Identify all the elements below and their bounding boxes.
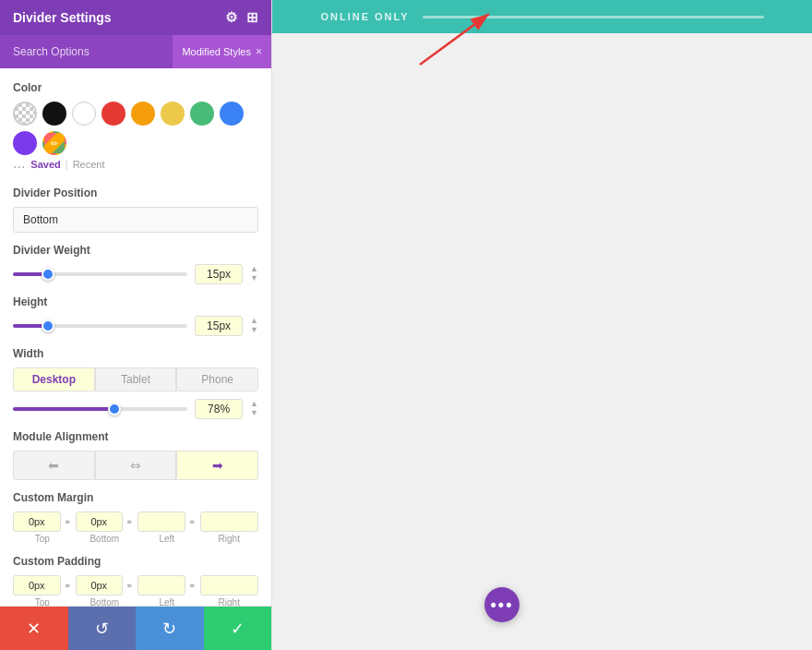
margin-top-input[interactable] bbox=[13, 512, 61, 532]
custom-margin-label: Custom Margin bbox=[13, 491, 258, 504]
recent-link[interactable]: Recent bbox=[73, 159, 105, 175]
padding-bottom-label: Bottom bbox=[90, 597, 119, 606]
align-right-icon: ➡ bbox=[212, 458, 223, 473]
divider-weight-label: Divider Weight bbox=[13, 244, 258, 257]
tab-tablet[interactable]: Tablet bbox=[95, 367, 177, 391]
tab-desktop[interactable]: Desktop bbox=[13, 367, 95, 391]
margin-bottom-input[interactable] bbox=[76, 512, 124, 532]
color-blue[interactable] bbox=[220, 102, 244, 126]
cancel-button[interactable]: ✕ bbox=[0, 607, 68, 650]
height-thumb[interactable] bbox=[42, 319, 54, 332]
align-left-icon: ⬅ bbox=[48, 458, 59, 473]
width-track[interactable] bbox=[13, 407, 187, 411]
padding-bottom-link-icon[interactable]: ⚭ bbox=[125, 581, 134, 591]
margin-top-link-icon[interactable]: ⚭ bbox=[63, 517, 72, 527]
padding-left-group: ⚭ Left bbox=[137, 575, 197, 606]
margin-right-group: Right bbox=[200, 512, 259, 544]
tab-phone[interactable]: Phone bbox=[176, 367, 258, 391]
save-button[interactable]: ✓ bbox=[204, 607, 272, 650]
expand-icon[interactable]: ⊞ bbox=[246, 9, 258, 26]
settings-panel: Divider Settings ⚙ ⊞ Search Options Modi… bbox=[0, 0, 272, 650]
panel-title: Divider Settings bbox=[13, 10, 112, 25]
margin-right-label: Right bbox=[219, 534, 240, 544]
online-only-bar: ONLINE ONLY bbox=[272, 0, 812, 33]
modified-styles-badge[interactable]: Modified Styles × bbox=[173, 35, 271, 68]
padding-right-group: Right bbox=[200, 575, 259, 606]
padding-left-label: Left bbox=[159, 597, 174, 606]
redo-button[interactable]: ↻ bbox=[136, 607, 204, 650]
width-thumb[interactable] bbox=[108, 403, 121, 415]
padding-top-link-icon[interactable]: ⚭ bbox=[63, 581, 72, 591]
color-transparent[interactable] bbox=[13, 102, 37, 126]
width-label: Width bbox=[13, 347, 258, 360]
color-swatches: ✏ bbox=[13, 102, 258, 155]
padding-bottom-input[interactable] bbox=[76, 575, 124, 596]
alignment-group: ⬅ ⇔ ➡ bbox=[13, 451, 258, 480]
color-orange[interactable] bbox=[131, 102, 155, 126]
color-black[interactable] bbox=[42, 102, 66, 126]
margin-right-input[interactable] bbox=[200, 512, 259, 532]
divider-position-label: Divider Position bbox=[13, 187, 258, 199]
online-only-label: ONLINE ONLY bbox=[320, 11, 409, 22]
height-input[interactable]: 15px bbox=[195, 316, 243, 336]
padding-left-input[interactable] bbox=[137, 575, 185, 596]
color-custom[interactable]: ✏ bbox=[42, 131, 66, 155]
divider-weight-track[interactable] bbox=[13, 272, 187, 276]
padding-right-input[interactable] bbox=[200, 575, 259, 596]
color-yellow[interactable] bbox=[161, 102, 185, 126]
height-arrows[interactable]: ▲ ▼ bbox=[250, 317, 258, 335]
width-input[interactable]: 78% bbox=[195, 399, 243, 419]
divider-weight-thumb[interactable] bbox=[42, 268, 54, 281]
color-red[interactable] bbox=[102, 102, 125, 126]
height-track[interactable] bbox=[13, 324, 187, 328]
margin-left-input[interactable] bbox=[137, 512, 185, 532]
more-dots[interactable]: ··· bbox=[13, 159, 25, 175]
panel-header: Divider Settings ⚙ ⊞ bbox=[0, 0, 271, 35]
align-right-btn[interactable]: ➡ bbox=[176, 451, 258, 480]
padding-right-label: Right bbox=[219, 597, 240, 606]
margin-bottom-link-icon[interactable]: ⚭ bbox=[125, 517, 134, 527]
panel-header-icons: ⚙ ⊞ bbox=[225, 9, 258, 26]
align-center-icon: ⇔ bbox=[130, 458, 141, 473]
color-purple[interactable] bbox=[13, 131, 37, 155]
custom-padding-grid: ⚭ Top ⚭ Bottom ⚭ Left bbox=[13, 575, 258, 606]
width-arrows[interactable]: ▲ ▼ bbox=[250, 400, 258, 418]
margin-top-group: ⚭ Top bbox=[13, 512, 72, 544]
padding-top-group: ⚭ Top bbox=[13, 575, 72, 606]
redo-icon: ↻ bbox=[162, 619, 176, 639]
panel-content: Color ✏ ··· Saved | Recent Divider Posit… bbox=[0, 68, 271, 606]
align-center-btn[interactable]: ⇔ bbox=[95, 451, 177, 480]
divider-weight-input[interactable]: 15px bbox=[195, 264, 243, 284]
modified-styles-close[interactable]: × bbox=[256, 45, 262, 58]
divider-position-row: Bottom Top Center bbox=[13, 207, 258, 233]
margin-left-label: Left bbox=[159, 534, 174, 544]
dots-menu-button[interactable]: ••• bbox=[484, 587, 519, 622]
search-options-label: Search Options bbox=[0, 45, 173, 58]
width-fill bbox=[13, 407, 114, 411]
color-green[interactable] bbox=[190, 102, 214, 126]
saved-recent-row: ··· Saved | Recent bbox=[13, 159, 258, 175]
padding-top-label: Top bbox=[35, 597, 50, 606]
cancel-icon: ✕ bbox=[27, 619, 41, 639]
custom-padding-label: Custom Padding bbox=[13, 555, 258, 568]
width-slider-row: 78% ▲ ▼ bbox=[13, 399, 258, 419]
online-only-divider bbox=[423, 16, 764, 18]
color-label: Color bbox=[13, 81, 258, 94]
padding-left-link-icon[interactable]: ⚭ bbox=[187, 581, 197, 591]
divider-position-select[interactable]: Bottom Top Center bbox=[13, 207, 258, 233]
settings-icon[interactable]: ⚙ bbox=[225, 9, 237, 26]
padding-top-input[interactable] bbox=[13, 575, 61, 596]
saved-link[interactable]: Saved bbox=[30, 159, 60, 175]
search-bar: Search Options Modified Styles × bbox=[0, 35, 271, 68]
padding-bottom-group: ⚭ Bottom bbox=[76, 575, 135, 606]
custom-margin-grid: ⚭ Top ⚭ Bottom ⚭ Left bbox=[13, 512, 258, 544]
margin-top-label: Top bbox=[35, 534, 50, 544]
color-white[interactable] bbox=[72, 102, 96, 126]
divider-weight-arrows[interactable]: ▲ ▼ bbox=[250, 265, 258, 283]
undo-icon: ↺ bbox=[95, 619, 109, 639]
undo-button[interactable]: ↺ bbox=[68, 607, 137, 650]
width-tab-group: Desktop Tablet Phone bbox=[13, 367, 258, 391]
align-left-btn[interactable]: ⬅ bbox=[13, 451, 95, 480]
margin-bottom-label: Bottom bbox=[90, 534, 119, 544]
margin-left-link-icon[interactable]: ⚭ bbox=[187, 517, 197, 527]
